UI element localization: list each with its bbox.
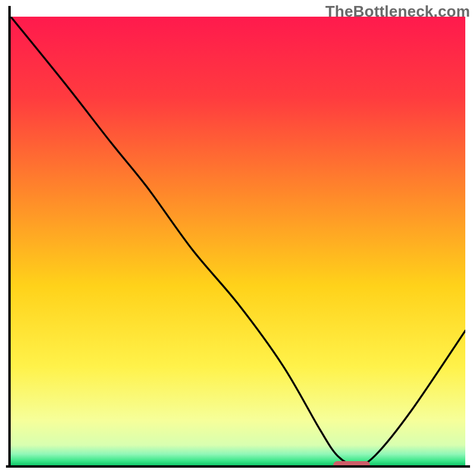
x-axis	[6, 465, 470, 468]
optimal-marker	[333, 461, 369, 465]
y-axis	[8, 6, 11, 468]
bottleneck-curve	[11, 17, 465, 465]
plot-area	[11, 17, 465, 465]
chart-container: TheBottleneck.com	[0, 0, 476, 476]
watermark-text: TheBottleneck.com	[325, 2, 470, 21]
